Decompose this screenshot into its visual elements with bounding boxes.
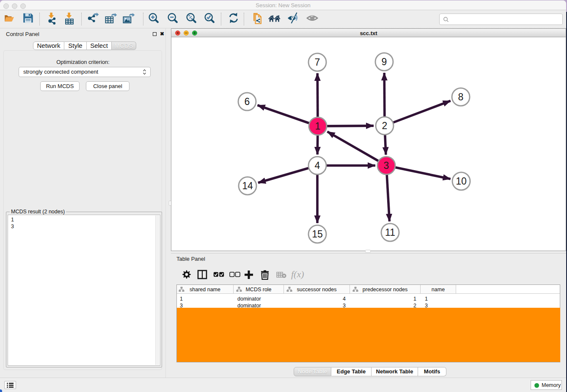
svg-text:11: 11 [385, 227, 395, 238]
svg-text:4: 4 [315, 160, 320, 171]
svg-text:3: 3 [384, 160, 389, 171]
svg-text:9: 9 [382, 56, 387, 67]
svg-text:2: 2 [382, 120, 388, 131]
svg-text:1: 1 [315, 121, 321, 132]
svg-text:14: 14 [242, 180, 253, 191]
svg-text:7: 7 [315, 57, 320, 68]
svg-text:6: 6 [245, 96, 250, 107]
svg-text:10: 10 [456, 176, 467, 187]
svg-text:15: 15 [312, 229, 323, 240]
svg-text:8: 8 [458, 91, 464, 102]
